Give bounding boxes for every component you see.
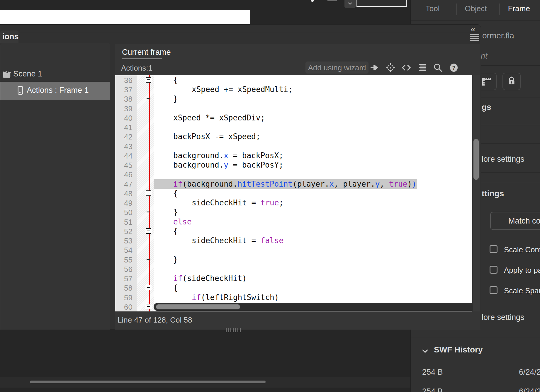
editor-status-bar: Line 47 of 128, Col 58 <box>115 311 480 330</box>
scrollbar-thumb[interactable] <box>156 304 240 309</box>
line-number: 47 <box>115 180 133 189</box>
search-icon[interactable] <box>432 62 444 73</box>
code-editor[interactable]: 36{37xSpeed += xSpeedMulti;38}3940xSpeed… <box>115 75 473 311</box>
add-using-wizard-button[interactable]: Add using wizard <box>305 62 369 74</box>
line-number: 37 <box>115 85 133 94</box>
fold-end-marker <box>147 212 150 212</box>
code-line: } <box>173 94 178 103</box>
fold-collapse-marker[interactable] <box>146 228 151 234</box>
document-subtitle: nt <box>481 52 488 61</box>
code-line: if(background.hitTestPoint(player.x, pla… <box>173 180 417 188</box>
pin-icon[interactable] <box>369 62 380 73</box>
section-divider <box>411 337 540 337</box>
line-number: 60 <box>115 303 133 311</box>
code-brackets-icon[interactable] <box>401 62 412 73</box>
more-settings-link-2[interactable]: lore settings <box>482 313 524 322</box>
line-number: 38 <box>115 95 133 104</box>
tab-separator <box>499 4 500 15</box>
chevron-down-icon <box>421 351 429 356</box>
match-contents-label: Match cor <box>508 217 540 226</box>
line-number: 49 <box>115 199 133 208</box>
editor-toolbar: ? <box>369 62 459 74</box>
timeline-horizontal-scrollbar[interactable] <box>30 381 266 383</box>
panel-resize-grip[interactable] <box>226 328 241 332</box>
swf-history-collapse[interactable] <box>421 347 429 355</box>
panel-menu-icon[interactable] <box>470 34 479 42</box>
code-vertical-scrollbar[interactable] <box>472 75 480 311</box>
checkbox-label: Scale Conte <box>504 245 540 254</box>
line-number: 45 <box>115 161 133 170</box>
toolbar-dropdown-button[interactable] <box>344 0 356 8</box>
svg-text:?: ? <box>452 65 456 71</box>
document-name: ormer.fla <box>482 31 514 40</box>
script-page-icon <box>17 86 24 96</box>
tab-frame[interactable]: Frame <box>497 0 540 20</box>
wizard-button-label: Add using wizard <box>305 63 369 72</box>
fold-collapse-marker[interactable] <box>146 304 151 309</box>
target-crosshair-icon[interactable] <box>385 62 396 73</box>
panel-divider <box>0 32 481 32</box>
line-number: 58 <box>115 284 133 293</box>
swf-history-size: 254 B <box>422 387 443 392</box>
section-heading-settings: ttings <box>482 189 504 198</box>
line-number: 55 <box>115 255 133 265</box>
clapperboard-icon <box>2 69 11 79</box>
code-line: { <box>173 189 178 198</box>
code-line: { <box>173 76 178 84</box>
actions-panel-tab[interactable]: ions <box>0 30 18 43</box>
script-navigator: Scene 1Actions : Frame 1 <box>0 43 110 330</box>
line-number: 39 <box>115 104 133 113</box>
editor-target-label: Actions:1 <box>121 64 152 73</box>
code-line: background.y = backPosY; <box>173 161 283 169</box>
record-dot-icon <box>311 0 314 2</box>
code-line: { <box>173 283 178 292</box>
navigator-item-label: Actions : Frame 1 <box>27 86 89 95</box>
lock-button[interactable] <box>502 73 521 90</box>
code-line: else <box>173 217 192 226</box>
fold-collapse-marker[interactable] <box>146 77 151 83</box>
code-line: xSpeed *= xSpeedDiv; <box>173 113 265 122</box>
fold-end-marker <box>147 259 150 260</box>
properties-tabs: ToolObjectFrame <box>411 0 540 21</box>
cursor-position-label: Line 47 of 128, Col 58 <box>118 316 192 325</box>
swf-history-date: 6/24/2 <box>519 368 540 377</box>
toolbar-fragment <box>327 0 337 1</box>
swf-history-size: 254 B <box>422 368 443 377</box>
checkbox-label: Scale Spans <box>504 286 540 295</box>
code-line: xSpeed += xSpeedMulti; <box>192 85 293 94</box>
scrollbar-thumb[interactable] <box>473 139 479 180</box>
section-heading-publish: gs <box>482 103 491 112</box>
line-number: 57 <box>115 274 133 283</box>
checkbox-2[interactable] <box>490 266 497 274</box>
navigator-item[interactable]: Actions : Frame 1 <box>0 82 110 100</box>
corner-ruler-icon <box>482 76 492 87</box>
code-line: backPosX -= xSpeed; <box>173 132 260 141</box>
help-icon[interactable]: ? <box>448 62 459 73</box>
line-number: 54 <box>115 246 133 255</box>
code-line: } <box>173 208 178 217</box>
script-editor-pane: Current frame Actions:1 Add using wizard… <box>115 44 480 330</box>
line-number: 52 <box>115 227 133 236</box>
line-number: 59 <box>115 293 133 302</box>
code-horizontal-scrollbar[interactable] <box>154 303 473 311</box>
checkbox-1[interactable] <box>490 245 497 253</box>
line-number: 43 <box>115 142 133 151</box>
format-code-icon[interactable] <box>417 62 428 73</box>
tab-object[interactable]: Object <box>454 0 497 20</box>
navigator-item[interactable]: Scene 1 <box>0 66 110 83</box>
code-line: if(sideCheckHit) <box>173 274 247 283</box>
fold-end-marker <box>147 98 150 99</box>
code-line: { <box>173 227 178 236</box>
more-settings-link[interactable]: lore settings <box>482 155 524 164</box>
code-line: sideCheckHit = true; <box>192 198 283 207</box>
navigator-item-label: Scene 1 <box>13 69 42 79</box>
checkbox-3[interactable] <box>490 286 497 294</box>
fold-collapse-marker[interactable] <box>146 285 151 290</box>
match-contents-button[interactable]: Match cor <box>490 212 540 230</box>
fold-collapse-marker[interactable] <box>146 190 151 196</box>
tab-tool[interactable]: Tool <box>411 0 454 20</box>
toolbar-field-fragment[interactable] <box>356 0 407 7</box>
swf-history-title: SWF History <box>434 345 483 354</box>
line-number: 48 <box>115 189 133 198</box>
collapse-panel-button[interactable]: « <box>471 24 475 34</box>
